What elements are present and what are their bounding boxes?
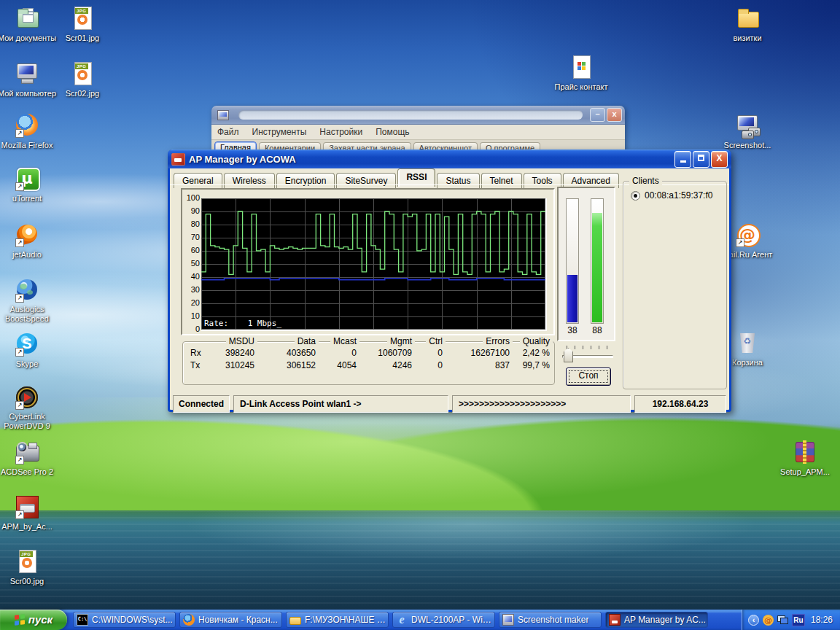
desktop-icon-screenshot-app[interactable]: Screenshot... — [717, 113, 778, 151]
rssi-plot-svg — [201, 198, 545, 330]
setup-apm-icon-glyph — [796, 442, 814, 462]
taskbar-button-apm[interactable]: AP Manager by AC... — [605, 612, 708, 628]
stats-header-errors: Errors — [483, 337, 513, 346]
stats-header-ctrl: Ctrl — [426, 337, 446, 346]
desktop-icon-auslogics-boostspeed[interactable]: ↗Auslogics BoostSpeed — [0, 278, 58, 324]
menu-Помощь[interactable]: Помощь — [376, 127, 409, 137]
minimize-button[interactable] — [674, 151, 691, 168]
desktop-icon-my-documents[interactable]: Мои документы — [0, 6, 58, 44]
tray-mailru-agent-icon[interactable]: @ — [763, 615, 774, 626]
ap-manager-window-icon — [171, 153, 185, 166]
desktop-icon-scr02-jpg[interactable]: JPGScr02.jpg — [52, 61, 113, 99]
noise-meter-value: 38 — [566, 325, 579, 335]
y-tick-20: 20 — [182, 299, 200, 307]
stats-value: 837 — [446, 360, 513, 370]
taskbar-buttons: C:\C:\WINDOWS\syst...Новичкам - Красн...… — [73, 612, 708, 628]
stats-value: 306152 — [257, 360, 319, 370]
menu-Инструменты[interactable]: Инструменты — [252, 127, 307, 137]
y-tick-40: 40 — [182, 273, 200, 281]
screenshot-app-icon — [734, 113, 761, 138]
menu-Настройки[interactable]: Настройки — [319, 127, 362, 137]
taskbar-button-folder[interactable]: F:\МУЗОН\НАШЕ Р... — [286, 612, 389, 628]
stats-row-rx: Rx398240403650010607090162671002,42 % — [183, 346, 554, 359]
y-tick-10: 10 — [182, 312, 200, 320]
slider-thumb[interactable] — [564, 348, 573, 362]
stats-header-quality: Quality — [520, 337, 553, 346]
y-tick-30: 30 — [182, 286, 200, 294]
close-button[interactable]: X — [711, 151, 728, 168]
rate-label: Rate: 1 Mbps — [204, 319, 281, 328]
desktop-icon-price-contact[interactable]: Прайс контакт — [551, 55, 612, 93]
stop-button[interactable]: Стоп — [566, 368, 611, 386]
desktop-icon-vizitki[interactable]: визитки — [717, 6, 778, 44]
desktop-icon-scr01-jpg[interactable]: JPGScr01.jpg — [52, 6, 113, 44]
maximize-button[interactable] — [693, 151, 709, 168]
cyberlink-powerdvd-icon-glyph — [24, 393, 31, 402]
taskbar-button-firefox[interactable]: Новичкам - Красн... — [179, 612, 282, 628]
close-icon[interactable]: x — [607, 108, 622, 122]
taskbar-button-label: AP Manager by AC... — [624, 615, 706, 625]
stats-header-data: Data — [295, 337, 319, 346]
shortcut-arrow-icon: ↗ — [15, 401, 24, 410]
clock: 18:26 — [811, 615, 833, 625]
stats-header-mcast: Mcast — [330, 337, 359, 346]
language-indicator[interactable]: Ru — [792, 614, 805, 626]
menu-Файл[interactable]: Файл — [217, 127, 239, 137]
desktop-icon-skype[interactable]: S↗Skype — [0, 332, 58, 370]
taskbar-button-ie[interactable]: eDWL-2100AP - Win... — [392, 612, 495, 628]
desktop-icon-jetaudio[interactable]: ↗jetAudio — [0, 222, 58, 260]
scr01-jpg-icon: JPG — [69, 6, 96, 31]
maximize-icon — [698, 155, 704, 161]
ap-manager-titlebar[interactable]: AP Manager by ACOWA X — [168, 149, 731, 168]
status-cell-0: Connected — [173, 395, 230, 413]
taskbar-button-ssm[interactable]: Screenshot maker — [499, 612, 602, 628]
desktop-icon-mozilla-firefox[interactable]: ↗Mozilla Firefox — [0, 113, 58, 151]
desktop-icon-scr00-jpg[interactable]: JPGScr00.jpg — [0, 549, 58, 587]
stats-value: 1060709 — [359, 348, 415, 358]
y-tick-100: 100 — [182, 194, 200, 202]
tray-network-icon[interactable] — [777, 615, 788, 624]
desktop-icon-label: ACDSee Pro 2 — [1, 467, 53, 477]
slider-ticks — [567, 346, 610, 349]
mozilla-firefox-icon: ↗ — [14, 113, 40, 138]
taskbar-button-label: DWL-2100AP - Win... — [411, 615, 494, 625]
recycle-bin-icon: ♻ — [734, 330, 761, 355]
desktop-icon-cyberlink-powerdvd[interactable]: ↗CyberLink PowerDVD 9 — [0, 385, 58, 432]
desktop-icon-label: APM_by_Ac... — [1, 522, 52, 532]
taskbar-button-cmd[interactable]: C:\C:\WINDOWS\syst... — [73, 612, 176, 628]
desktop-icon-utorrent[interactable]: µ↗uTorrent — [0, 166, 58, 204]
desktop-icon-label: Мой компьютер — [0, 89, 56, 98]
start-button[interactable]: пуск — [0, 610, 67, 630]
desktop-icon-apm-by-ac[interactable]: ↗APM_by_Ac... — [0, 494, 58, 532]
shortcut-arrow-icon: ↗ — [15, 238, 24, 247]
tray-collapse-chevron-icon[interactable]: ‹ — [748, 615, 759, 626]
client-radio-button[interactable] — [631, 191, 640, 201]
minimize-button[interactable]: – — [590, 108, 605, 122]
stats-value: 0 — [415, 348, 446, 358]
windows-flag-icon — [15, 614, 25, 625]
scr02-jpg-icon-glyph: JPG — [75, 63, 88, 69]
rssi-plot: Rate: 1 Mbps — [201, 198, 547, 331]
jetaudio-icon: ↗ — [14, 222, 40, 247]
stats-row-label: Rx — [183, 348, 205, 358]
y-tick-90: 90 — [182, 207, 200, 215]
screenshot-maker-titlebar[interactable]: – x — [211, 106, 625, 125]
my-computer-icon-glyph — [21, 79, 34, 84]
screenshot-maker-window-icon — [217, 110, 229, 120]
desktop-icon-label: Прайс контакт — [555, 82, 608, 92]
my-computer-icon — [14, 61, 40, 86]
stats-value: 310245 — [205, 360, 257, 370]
refresh-rate-slider[interactable] — [559, 346, 615, 365]
taskbar: пуск C:\C:\WINDOWS\syst...Новичкам - Кра… — [0, 610, 840, 630]
screenshot-maker-window: – x ФайлИнструментыНастройкиПомощь Главн… — [211, 106, 625, 152]
price-contact-icon-glyph — [578, 62, 581, 66]
shortcut-arrow-icon: ↗ — [15, 348, 24, 357]
cmd-icon: C:\ — [77, 614, 88, 626]
wallpaper-hills — [0, 397, 840, 514]
taskbar-button-label: Новичкам - Красн... — [198, 615, 278, 625]
client-list-item[interactable]: 00:08:a1:59:37:f0 — [631, 190, 712, 201]
desktop-icon-acdsee-pro[interactable]: ↗ACDSee Pro 2 — [0, 440, 58, 478]
desktop-icon-my-computer[interactable]: Мой компьютер — [0, 61, 58, 99]
desktop-icon-setup-apm[interactable]: Setup_APM... — [774, 440, 836, 478]
taskbar-button-label: C:\WINDOWS\syst... — [92, 615, 173, 625]
